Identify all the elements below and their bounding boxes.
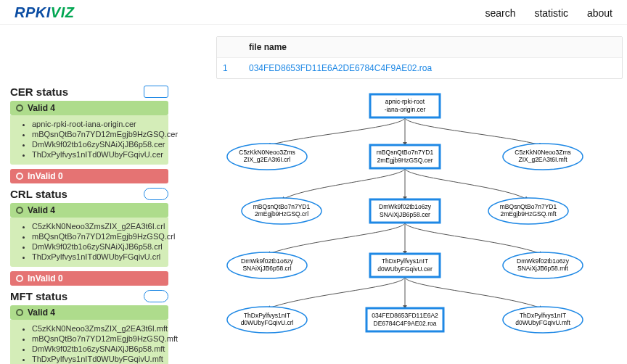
node-roa-target[interactable]: 034FED8653FD11E6A2 DE6784C4F9AE02.roa xyxy=(366,308,443,331)
list-item[interactable]: apnic-rpki-root-iana-origin.cer xyxy=(32,120,164,128)
node-cer-2[interactable]: mBQsnQtBo7n7YD1 2mEgjb9HzGSQ.cer xyxy=(370,145,440,168)
list-item[interactable]: DmWk9f02tb1o6zySNAiXjJB6p58.crl xyxy=(32,242,164,251)
node-crl-3[interactable]: DmWk9f02tb1o6zy SNAiXjJB6p58.crl xyxy=(227,252,307,278)
node-mft-4[interactable]: ThDxPylfvys1nIT d0WUbyFGqivU.mft xyxy=(503,307,583,333)
app-header: RPKIVIZ search statistic about xyxy=(0,0,627,25)
rpki-tree-graph[interactable]: apnic-rpki-root -iana-origin.cer C5zKkN0… xyxy=(187,88,623,364)
expand-icon xyxy=(16,173,23,180)
svg-text:ThDxPylfvys1nIT: ThDxPylfvys1nIT xyxy=(382,257,428,265)
nav-about[interactable]: about xyxy=(587,7,612,19)
cer-invalid-bar[interactable]: InValid 0 xyxy=(10,169,168,183)
list-item[interactable]: ThDxPylfvys1nITd0WUbyFGqivU.cer xyxy=(32,150,164,159)
file-table: file name 1 034FED8653FD11E6A2DE6784C4F9… xyxy=(216,36,623,79)
mft-shape-toggle[interactable] xyxy=(144,290,168,302)
svg-text:mBQsnQtBo7n7YD1: mBQsnQtBo7n7YD1 xyxy=(253,203,311,210)
crl-valid-bar[interactable]: Valid 4 xyxy=(10,203,168,218)
svg-text:mBQsnQtBo7n7YD1: mBQsnQtBo7n7YD1 xyxy=(377,149,434,156)
list-item[interactable]: mBQsnQtBo7n7YD12mEgjb9HzGSQ.cer xyxy=(32,130,164,138)
list-item[interactable]: DmWk9f02tb1o6zySNAiXjJB6p58.mft xyxy=(32,344,164,353)
crl-valid-list: C5zKkN0Neoo3ZmsZIX_g2EA3t6I.crl mBQsnQtB… xyxy=(10,218,168,267)
mft-valid-bar[interactable]: Valid 4 xyxy=(10,305,168,320)
mft-valid-list: C5zKkN0Neoo3ZmsZIX_g2EA3t6I.mft mBQsnQtB… xyxy=(10,320,168,364)
expand-icon xyxy=(16,104,23,112)
svg-text:2mEgjb9HzGSQ.mft: 2mEgjb9HzGSQ.mft xyxy=(501,210,557,218)
expand-icon xyxy=(16,275,23,282)
brand-right: VIZ xyxy=(51,4,75,20)
list-item[interactable]: DmWk9f02tb1o6zySNAiXjJB6p58.cer xyxy=(32,140,164,149)
svg-text:d0WUbyFGqivU.cer: d0WUbyFGqivU.cer xyxy=(377,265,433,273)
list-item[interactable]: C5zKkN0Neoo3ZmsZIX_g2EA3t6I.crl xyxy=(32,222,164,231)
node-crl-2[interactable]: mBQsnQtBo7n7YD1 2mEgjb9HzGSQ.crl xyxy=(242,198,321,224)
node-root-cer[interactable]: apnic-rpki-root -iana-origin.cer xyxy=(370,94,440,117)
svg-text:ZIX_g2EA3t6I.crl: ZIX_g2EA3t6I.crl xyxy=(244,156,290,163)
expand-icon xyxy=(16,207,23,214)
svg-text:apnic-rpki-root: apnic-rpki-root xyxy=(385,98,425,105)
brand-left: RPKI xyxy=(15,4,51,20)
table-header: file name xyxy=(217,37,622,57)
crl-invalid-bar[interactable]: InValid 0 xyxy=(10,271,168,286)
list-item[interactable]: C5zKkN0Neoo3ZmsZIX_g2EA3t6I.mft xyxy=(32,324,164,333)
cer-valid-label: Valid 4 xyxy=(28,103,55,113)
svg-text:034FED8653FD11E6A2: 034FED8653FD11E6A2 xyxy=(372,312,438,319)
top-nav: search statistic about xyxy=(469,7,612,19)
crl-valid-label: Valid 4 xyxy=(28,205,55,215)
crl-shape-toggle[interactable] xyxy=(144,188,168,200)
node-crl-4[interactable]: ThDxPylfvys1nIT d0WUbyFGqivU.crl xyxy=(227,307,307,333)
svg-text:mBQsnQtBo7n7YD1: mBQsnQtBo7n7YD1 xyxy=(500,203,557,210)
list-item[interactable]: ThDxPylfvys1nITd0WUbyFGqivU.crl xyxy=(32,252,164,261)
svg-text:C5zKkN0Neoo3Zms: C5zKkN0Neoo3Zms xyxy=(239,149,295,156)
nav-statistic[interactable]: statistic xyxy=(534,7,568,19)
svg-text:2mEgjb9HzGSQ.crl: 2mEgjb9HzGSQ.crl xyxy=(255,210,308,218)
svg-text:d0WUbyFGqivU.mft: d0WUbyFGqivU.mft xyxy=(515,319,570,326)
svg-text:DmWk9f02tb1o6zy: DmWk9f02tb1o6zy xyxy=(517,257,570,265)
svg-text:2mEgjb9HzGSQ.cer: 2mEgjb9HzGSQ.cer xyxy=(377,157,433,164)
col-filename-header: file name xyxy=(243,37,622,57)
svg-text:ThDxPylfvys1nIT: ThDxPylfvys1nIT xyxy=(244,312,290,319)
row-index: 1 xyxy=(217,58,243,78)
col-index-header xyxy=(217,37,243,57)
mft-valid-label: Valid 4 xyxy=(28,307,55,318)
svg-text:ThDxPylfvys1nIT: ThDxPylfvys1nIT xyxy=(520,312,566,319)
brand-logo: RPKIVIZ xyxy=(15,4,74,21)
node-mft-2[interactable]: mBQsnQtBo7n7YD1 2mEgjb9HzGSQ.mft xyxy=(488,198,568,224)
cer-shape-toggle[interactable] xyxy=(144,86,168,98)
cer-valid-bar[interactable]: Valid 4 xyxy=(10,101,168,115)
svg-text:ZIX_g2EA3t6I.mft: ZIX_g2EA3t6I.mft xyxy=(518,156,567,163)
cer-invalid-label: InValid 0 xyxy=(28,171,63,181)
svg-text:C5zKkN0Neoo3Zms: C5zKkN0Neoo3Zms xyxy=(515,149,570,156)
file-link[interactable]: 034FED8653FD11E6A2DE6784C4F9AE02.roa xyxy=(249,63,432,73)
list-item[interactable]: ThDxPylfvys1nITd0WUbyFGqivU.mft xyxy=(32,355,164,363)
svg-text:DmWk9f02tb1o6zy: DmWk9f02tb1o6zy xyxy=(379,203,432,210)
svg-text:DE6784C4F9AE02.roa: DE6784C4F9AE02.roa xyxy=(374,320,437,327)
list-item[interactable]: mBQsnQtBo7n7YD12mEgjb9HzGSQ.crl xyxy=(32,232,164,241)
main-area: file name 1 034FED8653FD11E6A2DE6784C4F9… xyxy=(180,25,627,364)
crl-status-title: CRL status xyxy=(10,188,67,200)
svg-text:d0WUbyFGqivU.crl: d0WUbyFGqivU.crl xyxy=(241,319,294,326)
cer-status-title: CER status xyxy=(10,86,68,98)
mft-status-title: MFT status xyxy=(10,290,67,302)
crl-invalid-label: InValid 0 xyxy=(28,273,63,284)
svg-text:SNAiXjJB6p58.cer: SNAiXjJB6p58.cer xyxy=(380,211,430,218)
svg-text:DmWk9f02tb1o6zy: DmWk9f02tb1o6zy xyxy=(241,257,294,265)
nav-search[interactable]: search xyxy=(485,7,515,19)
status-sidebar: CER status Valid 4 apnic-rpki-root-iana-… xyxy=(0,25,180,364)
node-mft-1[interactable]: C5zKkN0Neoo3Zms ZIX_g2EA3t6I.mft xyxy=(503,144,583,170)
table-row: 1 034FED8653FD11E6A2DE6784C4F9AE02.roa xyxy=(217,57,622,78)
node-cer-3[interactable]: DmWk9f02tb1o6zy SNAiXjJB6p58.cer xyxy=(370,199,440,223)
svg-text:SNAiXjJB6p58.crl: SNAiXjJB6p58.crl xyxy=(242,265,291,272)
node-crl-1[interactable]: C5zKkN0Neoo3Zms ZIX_g2EA3t6I.crl xyxy=(227,144,307,170)
svg-text:-iana-origin.cer: -iana-origin.cer xyxy=(385,106,426,113)
cer-valid-list: apnic-rpki-root-iana-origin.cer mBQsnQtB… xyxy=(10,115,168,165)
node-cer-4[interactable]: ThDxPylfvys1nIT d0WUbyFGqivU.cer xyxy=(370,254,440,277)
svg-text:SNAiXjJB6p58.mft: SNAiXjJB6p58.mft xyxy=(517,265,569,272)
expand-icon xyxy=(16,309,23,316)
list-item[interactable]: mBQsnQtBo7n7YD12mEgjb9HzGSQ.mft xyxy=(32,334,164,343)
node-mft-3[interactable]: DmWk9f02tb1o6zy SNAiXjJB6p58.mft xyxy=(503,252,583,278)
